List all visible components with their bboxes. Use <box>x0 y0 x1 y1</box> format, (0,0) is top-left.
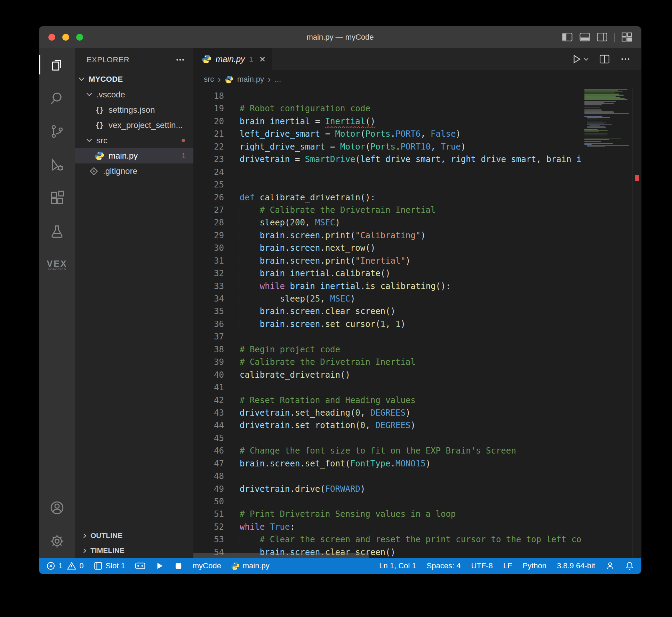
code-line-46[interactable]: 46# Change the font size to fit on the E… <box>193 444 582 457</box>
code-line-36[interactable]: 36 brain.screen.set_cursor(1, 1) <box>193 318 582 330</box>
explorer-item-main-py[interactable]: main.py1 <box>75 148 193 163</box>
breadcrumb-symbol[interactable]: ... <box>275 75 281 84</box>
activity-run-debug[interactable] <box>39 148 75 182</box>
explorer-item-src[interactable]: src <box>75 133 193 148</box>
code-line-41[interactable]: 41 <box>193 381 582 394</box>
activity-extensions[interactable] <box>39 182 75 215</box>
bell-icon <box>625 561 634 570</box>
code-line-24[interactable]: 24 <box>193 166 582 178</box>
language-mode[interactable]: Python <box>522 561 546 570</box>
stop-button[interactable] <box>174 561 183 570</box>
close-window-button[interactable] <box>48 34 55 41</box>
code-line-53[interactable]: 53 # Clear the screen and reset the prin… <box>193 533 582 546</box>
code-line-47[interactable]: 47brain.screen.set_font(FontType.MONO15) <box>193 457 582 470</box>
timeline-label: TIMELINE <box>90 546 125 555</box>
run-python-file-button[interactable] <box>571 54 589 64</box>
code-line-21[interactable]: 21left_drive_smart = Motor(Ports.PORT6, … <box>193 128 582 140</box>
vex-device-button[interactable] <box>135 562 145 570</box>
code-line-31[interactable]: 31 brain.screen.print("Inertial") <box>193 255 582 267</box>
code-line-48[interactable]: 48 <box>193 470 582 482</box>
explorer-more-actions-icon[interactable] <box>175 55 185 65</box>
code-line-43[interactable]: 43drivetrain.set_heading(0, DEGREES) <box>193 407 582 419</box>
explorer-root-mycode[interactable]: MYCODE <box>75 72 193 87</box>
activity-accounts[interactable] <box>39 491 75 524</box>
code-line-26[interactable]: 26def calibrate_drivetrain(): <box>193 191 582 204</box>
code-line-29[interactable]: 29 brain.screen.print("Calibrating") <box>193 229 582 242</box>
code-line-51[interactable]: 51# Print Drivetrain Sensing values in a… <box>193 508 582 520</box>
code-line-39[interactable]: 39# Calibrate the Drivetrain Inertial <box>193 356 582 368</box>
breadcrumb-main-py[interactable]: main.py <box>237 75 264 84</box>
activity-settings[interactable] <box>39 524 75 558</box>
code-line-50[interactable]: 50 <box>193 495 582 508</box>
line-number: 37 <box>193 330 224 343</box>
code-line-22[interactable]: 22right_drive_smart = Motor(Ports.PORT10… <box>193 141 582 153</box>
explorer-item-vscode[interactable]: .vscode <box>75 87 193 102</box>
code-line-32[interactable]: 32 brain_inertial.calibrate() <box>193 267 582 280</box>
activity-explorer[interactable] <box>39 48 75 81</box>
code-editor[interactable]: 1819# Robot configuration code20brain_in… <box>193 88 641 558</box>
feedback-button[interactable] <box>606 561 615 570</box>
git-file-icon <box>89 166 99 176</box>
minimap[interactable] <box>582 88 632 197</box>
code-line-42[interactable]: 42# Reset Rotation and Heading values <box>193 394 582 407</box>
titlebar[interactable]: main.py — myCode <box>39 26 641 48</box>
code-line-27[interactable]: 27 # Calibrate the Drivetrain Inertial <box>193 204 582 216</box>
more-actions-icon[interactable] <box>620 54 631 64</box>
active-file[interactable]: main.py <box>231 561 270 570</box>
activity-vex[interactable]: VEX ROBOTICS <box>39 248 75 282</box>
tab-main-py[interactable]: main.py 1 × <box>193 48 272 70</box>
indentation[interactable]: Spaces: 4 <box>427 561 461 570</box>
chevron-right-icon <box>82 548 86 553</box>
explorer-item-gitignore[interactable]: .gitignore <box>75 163 193 179</box>
activity-search[interactable] <box>39 81 75 115</box>
toggle-primary-sidebar-icon[interactable] <box>562 32 573 42</box>
line-number: 43 <box>193 407 224 419</box>
toggle-secondary-sidebar-icon[interactable] <box>597 32 607 42</box>
cursor-position[interactable]: Ln 1, Col 1 <box>379 561 416 570</box>
encoding[interactable]: UTF-8 <box>471 561 493 570</box>
code-content[interactable]: 1819# Robot configuration code20brain_in… <box>193 90 582 558</box>
line-number: 31 <box>193 255 224 267</box>
code-line-45[interactable]: 45 <box>193 432 582 444</box>
timeline-section[interactable]: TIMELINE <box>75 543 193 558</box>
activity-source-control[interactable] <box>39 115 75 148</box>
breadcrumb-src[interactable]: src <box>204 75 214 84</box>
code-line-38[interactable]: 38# Begin project code <box>193 343 582 356</box>
toggle-panel-icon[interactable] <box>579 32 590 42</box>
code-line-25[interactable]: 25 <box>193 178 582 191</box>
code-line-20[interactable]: 20brain_inertial = Inertial() <box>193 115 582 128</box>
code-line-44[interactable]: 44drivetrain.set_rotation(0, DEGREES) <box>193 419 582 432</box>
horizontal-scrollbar[interactable] <box>193 553 369 558</box>
split-editor-icon[interactable] <box>599 54 610 64</box>
code-line-49[interactable]: 49drivetrain.drive(FORWARD) <box>193 483 582 495</box>
code-line-37[interactable]: 37 <box>193 330 582 343</box>
code-line-35[interactable]: 35 brain.screen.clear_screen() <box>193 305 582 318</box>
project-name[interactable]: myCode <box>193 561 221 570</box>
code-line-30[interactable]: 30 brain.screen.next_row() <box>193 242 582 254</box>
code-line-52[interactable]: 52while True: <box>193 521 582 533</box>
customize-layout-icon[interactable] <box>622 32 632 42</box>
zoom-window-button[interactable] <box>76 34 83 41</box>
code-line-40[interactable]: 40calibrate_drivetrain() <box>193 369 582 381</box>
code-line-18[interactable]: 18 <box>193 90 582 102</box>
close-tab-icon[interactable]: × <box>259 54 266 64</box>
problems-indicator[interactable]: 1 0 <box>46 561 84 570</box>
run-button[interactable] <box>155 561 164 570</box>
activity-testing[interactable] <box>39 215 75 248</box>
stop-icon <box>174 561 183 570</box>
vertical-scrollbar[interactable] <box>632 88 641 558</box>
code-line-23[interactable]: 23drivetrain = SmartDrive(left_drive_sma… <box>193 153 582 166</box>
explorer-item-vex-project-settin[interactable]: {}vex_project_settin... <box>75 118 193 133</box>
code-line-19[interactable]: 19# Robot configuration code <box>193 102 582 115</box>
sl ot-selector[interactable]: Slot 1 <box>94 561 125 570</box>
code-line-34[interactable]: 34 sleep(25, MSEC) <box>193 293 582 305</box>
minimize-window-button[interactable] <box>62 34 69 41</box>
eol-sequence[interactable]: LF <box>503 561 512 570</box>
code-line-28[interactable]: 28 sleep(200, MSEC) <box>193 216 582 229</box>
explorer-item-settings-json[interactable]: {}settings.json <box>75 102 193 118</box>
code-line-33[interactable]: 33 while brain_inertial.is_calibrating()… <box>193 280 582 293</box>
outline-section[interactable]: OUTLINE <box>75 528 193 543</box>
line-number: 42 <box>193 394 224 407</box>
notifications-button[interactable] <box>625 561 634 570</box>
python-interpreter[interactable]: 3.8.9 64-bit <box>557 561 595 570</box>
